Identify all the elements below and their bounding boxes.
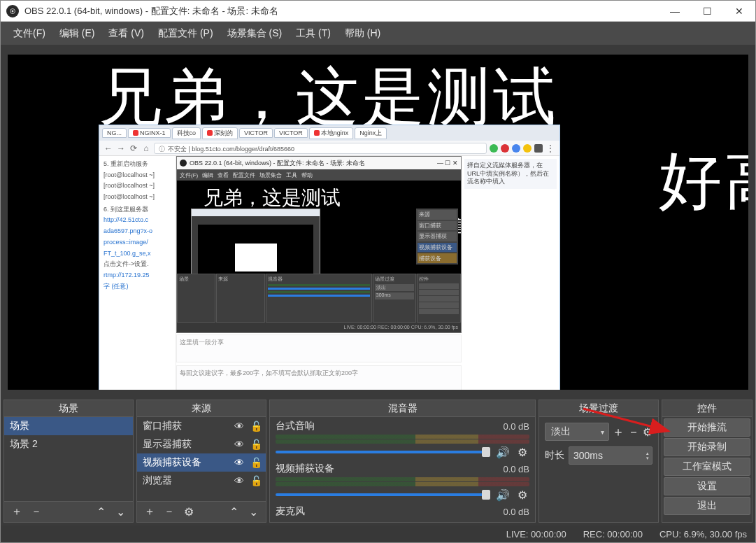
- mixer-db: 0.0 dB: [503, 507, 529, 517]
- blog-summary-2: 每回文议建议字，最多200字，如不填写会默认抓取正文前200字: [176, 365, 462, 390]
- blog-summary-1: 这里填一段分享: [176, 334, 462, 362]
- overlay-text-2: 好高: [659, 139, 748, 224]
- status-bar: LIVE: 00:00:00 REC: 00:00:00 CPU: 6.9%, …: [1, 526, 755, 542]
- volume-slider[interactable]: [276, 451, 490, 453]
- menu-file[interactable]: 文件(F): [6, 24, 52, 43]
- menu-bar: 文件(F) 编辑 (E) 查看 (V) 配置文件 (P) 场景集合 (S) 工具…: [1, 22, 755, 45]
- browser-tab: 科技co: [172, 127, 201, 139]
- preview-canvas[interactable]: 兄弟，这是测试 好高 NG... NGINX-1 科技co 深刻的 VICTOR…: [8, 55, 748, 390]
- back-icon: ←: [104, 143, 113, 153]
- source-item[interactable]: 视频捕获设备👁🔓: [137, 453, 266, 472]
- source-up-icon[interactable]: ⌃: [225, 505, 242, 520]
- source-item[interactable]: 浏览器👁🔓: [137, 472, 266, 490]
- mixer-row: 视频捕获设备0.0 dB 🔊⚙: [276, 461, 529, 502]
- lock-icon[interactable]: 🔓: [249, 475, 263, 486]
- scene-up-icon[interactable]: ⌃: [92, 505, 109, 520]
- scene-down-icon[interactable]: ⌄: [112, 505, 129, 520]
- scenes-list[interactable]: 场景 场景 2: [4, 417, 133, 501]
- status-live: LIVE: 00:00:00: [506, 529, 566, 540]
- settings-button[interactable]: 设置: [664, 477, 750, 495]
- docks-row: 场景 场景 场景 2 ＋ － ⌃ ⌄ 来源 窗口捕获👁🔓 显示器捕获👁🔓 视频捕…: [1, 400, 755, 526]
- gear-icon[interactable]: ⚙: [515, 488, 529, 502]
- mixer-source-name: 台式音响: [276, 420, 503, 432]
- title-bar: OBS 22.0.1 (64-bit, windows) - 配置文件: 未命名…: [1, 1, 755, 22]
- ext-icon: [512, 144, 520, 153]
- window-controls: — ☐ ✕: [659, 1, 755, 21]
- menu-help[interactable]: 帮助 (H): [338, 24, 387, 43]
- gear-icon[interactable]: ⚙: [515, 446, 529, 459]
- home-icon: ⌂: [141, 143, 151, 153]
- maximize-button[interactable]: ☐: [691, 1, 723, 21]
- add-transition-icon[interactable]: ＋: [612, 423, 625, 440]
- remove-transition-icon[interactable]: －: [627, 423, 640, 440]
- menu-scenes[interactable]: 场景集合 (S): [220, 24, 290, 43]
- source-down-icon[interactable]: ⌄: [245, 505, 262, 520]
- add-scene-icon[interactable]: ＋: [8, 505, 25, 520]
- visibility-icon[interactable]: 👁: [232, 421, 246, 432]
- browser-tab: Nginx上: [355, 127, 387, 139]
- duration-spinner[interactable]: 300ms: [569, 446, 652, 465]
- duration-label: 时长: [545, 449, 564, 462]
- menu-view[interactable]: 查看 (V): [101, 24, 151, 43]
- controls-header: 控件: [662, 400, 752, 417]
- scene-item[interactable]: 场景 2: [4, 435, 133, 453]
- status-cpu: CPU: 6.9%, 30.00 fps: [659, 529, 747, 540]
- source-props-icon[interactable]: ⚙: [180, 505, 197, 520]
- visibility-icon[interactable]: 👁: [232, 439, 246, 450]
- ext-icon: [523, 144, 532, 153]
- sources-header: 来源: [137, 400, 266, 417]
- menu-edit[interactable]: 编辑 (E): [52, 24, 102, 43]
- remove-source-icon[interactable]: －: [161, 505, 178, 520]
- minimize-button[interactable]: —: [659, 1, 691, 21]
- exit-button[interactable]: 退出: [664, 497, 750, 515]
- visibility-icon[interactable]: 👁: [232, 475, 246, 486]
- speaker-icon[interactable]: 🔊: [496, 488, 510, 502]
- mixer-source-name: 麦克风: [276, 505, 503, 518]
- controls-dock: 控件 开始推流 开始录制 工作室模式 设置 退出: [662, 400, 753, 523]
- reload-icon: ⟳: [129, 143, 138, 153]
- scenes-header: 场景: [4, 400, 133, 417]
- window-title: OBS 22.0.1 (64-bit, windows) - 配置文件: 未命名…: [24, 5, 659, 17]
- visibility-icon[interactable]: 👁: [232, 457, 246, 468]
- browser-tab: NG...: [102, 128, 127, 138]
- browser-tabstrip: NG... NGINX-1 科技co 深刻的 VICTOR VICTOR 本地n…: [99, 125, 559, 141]
- mixer-db: 0.0 dB: [503, 464, 529, 474]
- mixer-row: 麦克风0.0 dB: [276, 504, 529, 519]
- lock-icon[interactable]: 🔓: [249, 421, 263, 432]
- level-meter: [276, 439, 529, 444]
- speaker-icon[interactable]: 🔊: [496, 446, 510, 459]
- remove-scene-icon[interactable]: －: [28, 505, 45, 520]
- scenes-toolbar: ＋ － ⌃ ⌄: [4, 501, 133, 522]
- volume-slider[interactable]: [276, 493, 490, 496]
- menu-profile[interactable]: 配置文件 (P): [151, 24, 220, 43]
- menu-tools[interactable]: 工具 (T): [289, 24, 338, 43]
- source-item[interactable]: 显示器捕获👁🔓: [137, 435, 266, 453]
- transition-select[interactable]: 淡出: [545, 423, 609, 441]
- level-meter: [276, 482, 529, 486]
- browser-tab: VICTOR: [274, 128, 308, 138]
- ext-icon: [534, 144, 543, 153]
- level-meter: [276, 435, 529, 439]
- gear-icon[interactable]: ⚙: [643, 425, 652, 439]
- nested-obs-window: OBS 22.0.1 (64-bit, windows) - 配置文件: 未命名…: [176, 156, 462, 333]
- mixer-body: 台式音响0.0 dB 🔊⚙ 视频捕获设备0.0 dB 🔊⚙ 麦克风0.0 dB: [270, 417, 535, 522]
- scene-item[interactable]: 场景: [4, 417, 133, 435]
- lock-icon[interactable]: 🔓: [249, 439, 263, 450]
- url-field: ⓘ不安全 | blog.51cto.com/blogger/draft/6856…: [154, 143, 487, 154]
- mixer-dock: 混音器 台式音响0.0 dB 🔊⚙ 视频捕获设备0.0 dB 🔊⚙ 麦克风0.0…: [269, 400, 536, 523]
- lock-icon[interactable]: 🔓: [249, 457, 263, 468]
- mixer-source-name: 视频捕获设备: [276, 463, 503, 475]
- obs-logo-icon: [6, 5, 19, 17]
- add-source-icon[interactable]: ＋: [141, 505, 158, 520]
- studio-mode-button[interactable]: 工作室模式: [664, 458, 750, 476]
- close-button[interactable]: ✕: [723, 1, 755, 21]
- source-item[interactable]: 窗口捕获👁🔓: [137, 417, 266, 435]
- browser-tab: VICTOR: [239, 128, 273, 138]
- captured-browser-window: NG... NGINX-1 科技co 深刻的 VICTOR VICTOR 本地n…: [99, 125, 560, 390]
- browser-address-bar: ← → ⟳ ⌂ ⓘ不安全 | blog.51cto.com/blogger/dr…: [99, 141, 559, 156]
- ext-icon: [490, 144, 498, 153]
- mixer-row: 台式音响0.0 dB 🔊⚙: [276, 418, 529, 460]
- sources-list[interactable]: 窗口捕获👁🔓 显示器捕获👁🔓 视频捕获设备👁🔓 浏览器👁🔓: [137, 417, 266, 501]
- start-stream-button[interactable]: 开始推流: [664, 418, 750, 437]
- start-record-button[interactable]: 开始录制: [664, 438, 750, 456]
